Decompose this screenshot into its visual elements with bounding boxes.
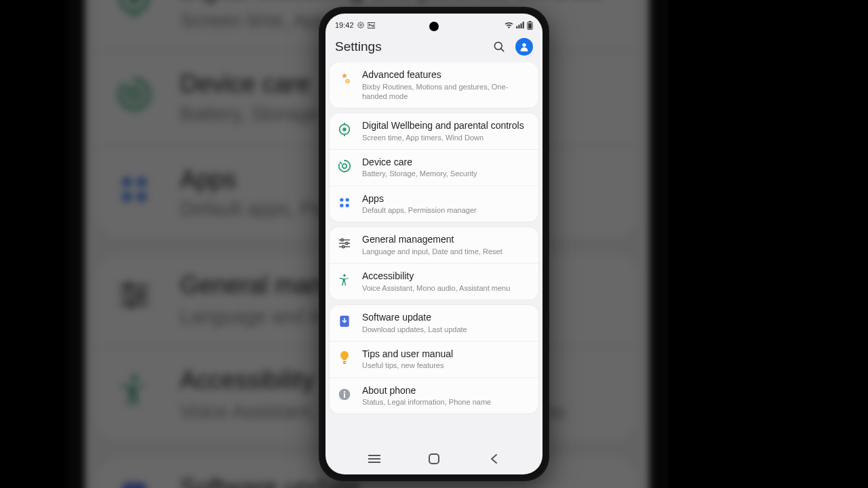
search-icon[interactable] xyxy=(492,40,506,54)
settings-row-about[interactable]: About phoneStatus, Legal information, Ph… xyxy=(330,378,538,414)
row-subtitle: Status, Legal information, Phone name xyxy=(362,397,530,407)
svg-point-53 xyxy=(342,127,347,131)
gear-icon xyxy=(357,22,364,28)
settings-row-accessibility[interactable]: AccessibilityVoice Assistant, Mono audio… xyxy=(330,263,538,300)
row-subtitle: Bixby Routines, Motions and gestures, On… xyxy=(362,82,530,102)
svg-rect-40 xyxy=(516,26,517,28)
svg-rect-67 xyxy=(343,361,347,363)
general-icon xyxy=(336,235,353,251)
row-subtitle: Screen time, App timers, Wind Down xyxy=(362,133,530,142)
row-title: Device care xyxy=(362,157,530,169)
svg-point-38 xyxy=(359,24,361,26)
row-title: Digital Wellbeing and parental controls xyxy=(362,120,530,132)
row-subtitle: Battery, Storage, Memory, Security xyxy=(362,169,530,178)
nav-recents[interactable] xyxy=(361,451,388,467)
svg-rect-46 xyxy=(528,23,532,28)
settings-group: Digital Wellbeing and parental controlsS… xyxy=(330,113,538,222)
svg-point-54 xyxy=(342,164,347,168)
svg-rect-75 xyxy=(429,454,439,464)
settings-row-wellbeing[interactable]: Digital Wellbeing and parental controlsS… xyxy=(330,113,538,149)
row-text: Software updateDownload updates, Last up… xyxy=(362,312,530,334)
svg-point-58 xyxy=(346,203,349,207)
advanced-icon xyxy=(336,70,353,87)
row-title: Advanced features xyxy=(362,69,530,81)
row-subtitle: Language and input, Date and time, Reset xyxy=(362,247,530,256)
svg-point-65 xyxy=(343,274,346,277)
row-title: Tips and user manual xyxy=(362,348,530,361)
svg-point-64 xyxy=(342,246,344,248)
svg-point-62 xyxy=(341,239,343,241)
row-title: Accessibility xyxy=(362,270,530,283)
svg-rect-68 xyxy=(343,363,346,363)
row-title: About phone xyxy=(362,385,530,397)
settings-row-general[interactable]: General managementLanguage and input, Da… xyxy=(330,227,538,263)
row-text: General managementLanguage and input, Da… xyxy=(362,234,530,256)
account-avatar[interactable] xyxy=(515,38,533,56)
row-title: General management xyxy=(362,234,530,246)
settings-group: Software updateDownload updates, Last up… xyxy=(330,305,538,413)
status-time: 19:42 xyxy=(335,21,354,29)
row-title: Apps xyxy=(362,193,530,205)
row-text: Digital Wellbeing and parental controlsS… xyxy=(362,120,530,142)
svg-rect-71 xyxy=(344,393,345,398)
row-text: Device careBattery, Storage, Memory, Sec… xyxy=(362,157,530,179)
nav-back[interactable] xyxy=(480,451,507,467)
svg-point-49 xyxy=(522,43,526,47)
signal-icon xyxy=(516,22,524,28)
row-subtitle: Useful tips, new features xyxy=(362,361,530,370)
svg-point-63 xyxy=(346,243,348,245)
nav-bar xyxy=(326,446,542,474)
row-text: AppsDefault apps, Permission manager xyxy=(362,193,530,216)
settings-list[interactable]: Advanced featuresBixby Routines, Motions… xyxy=(326,62,542,446)
update-icon xyxy=(336,313,353,329)
svg-rect-42 xyxy=(521,24,522,29)
app-header: Settings xyxy=(326,34,542,62)
row-text: Advanced featuresBixby Routines, Motions… xyxy=(362,69,530,101)
battery-icon xyxy=(527,21,533,30)
row-subtitle: Download updates, Last update xyxy=(362,325,530,334)
settings-row-tips[interactable]: Tips and user manualUseful tips, new fea… xyxy=(330,341,538,378)
svg-rect-43 xyxy=(523,22,524,28)
devicecare-icon xyxy=(336,158,353,174)
nfc-icon xyxy=(368,22,375,28)
about-icon xyxy=(336,386,353,403)
svg-point-51 xyxy=(347,81,349,82)
camera-hole xyxy=(429,22,439,31)
svg-point-55 xyxy=(340,198,343,201)
row-title: Software update xyxy=(362,312,530,324)
page-title: Settings xyxy=(335,39,382,54)
settings-row-update[interactable]: Software updateDownload updates, Last up… xyxy=(330,305,538,341)
svg-line-48 xyxy=(501,49,504,52)
row-text: About phoneStatus, Legal information, Ph… xyxy=(362,385,530,407)
settings-row-apps[interactable]: AppsDefault apps, Permission manager xyxy=(330,186,538,222)
row-subtitle: Default apps, Permission manager xyxy=(362,205,530,215)
settings-row-devicecare[interactable]: Device careBattery, Storage, Memory, Sec… xyxy=(330,149,538,186)
accessibility-icon xyxy=(336,272,353,288)
row-subtitle: Voice Assistant, Mono audio, Assistant m… xyxy=(362,283,530,293)
wellbeing-icon xyxy=(336,121,353,138)
svg-point-57 xyxy=(340,203,343,207)
row-text: AccessibilityVoice Assistant, Mono audio… xyxy=(362,270,530,293)
phone-frame: 19:42 Settings xyxy=(319,7,549,481)
settings-row-advanced[interactable]: Advanced featuresBixby Routines, Motions… xyxy=(330,62,538,108)
nav-home[interactable] xyxy=(420,451,448,467)
svg-point-70 xyxy=(344,391,345,392)
settings-group: General managementLanguage and input, Da… xyxy=(330,227,538,300)
settings-group: Advanced featuresBixby Routines, Motions… xyxy=(330,62,538,108)
tips-icon xyxy=(336,350,353,366)
apps-icon xyxy=(336,195,353,211)
svg-rect-41 xyxy=(518,25,519,28)
row-text: Tips and user manualUseful tips, new fea… xyxy=(362,348,530,371)
svg-point-56 xyxy=(346,198,349,201)
wifi-icon xyxy=(505,22,513,28)
